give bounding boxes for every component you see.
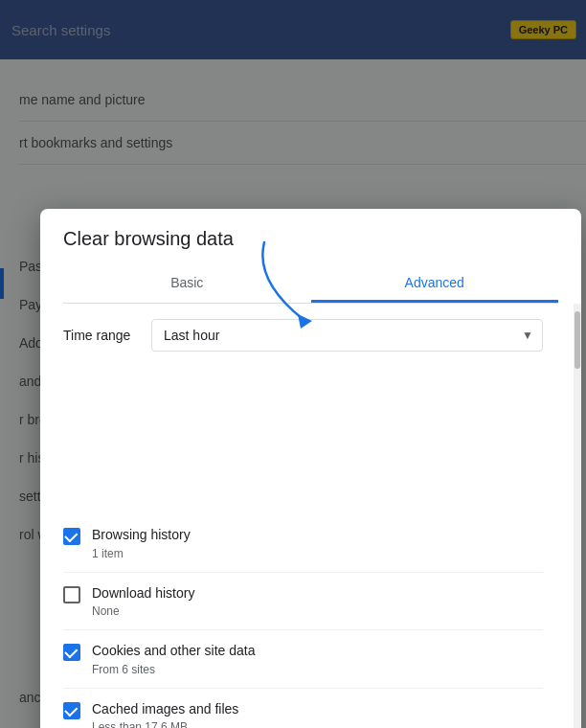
time-range-label: Time range: [63, 328, 140, 343]
checkbox-download-history-text: Download history None: [92, 584, 543, 619]
checkbox-browsing-history-sublabel: 1 item: [92, 547, 543, 560]
checkbox-browsing-history-input[interactable]: [63, 528, 80, 545]
checkbox-cookies-sublabel: From 6 sites: [92, 663, 543, 676]
clear-browsing-data-dialog: Clear browsing data Basic Advanced Time …: [40, 209, 581, 728]
checkbox-browsing-history-text: Browsing history 1 item: [92, 526, 543, 560]
time-range-select-wrapper: Last hour Last 24 Hours Last 7 days Last…: [151, 319, 543, 352]
checkbox-download-history-label: Download history: [92, 584, 543, 603]
checkbox-download-history: Download history None: [63, 573, 543, 631]
checkbox-cookies-input[interactable]: [63, 644, 80, 661]
checkbox-cached-text: Cached images and files Less than 17.6 M…: [92, 700, 543, 728]
checkbox-cookies: Cookies and other site data From 6 sites: [63, 630, 543, 689]
checkbox-list: Browsing history 1 item Download history…: [63, 514, 543, 728]
modal-header: Clear browsing data Basic Advanced: [40, 209, 581, 304]
modal-body-inner: Time range Last hour Last 24 Hours Last …: [63, 319, 558, 728]
checkbox-browsing-history: Browsing history 1 item: [63, 514, 543, 573]
modal-title: Clear browsing data: [63, 228, 558, 250]
checkbox-download-history-sublabel: None: [92, 604, 543, 618]
checkbox-cookies-label: Cookies and other site data: [92, 642, 543, 661]
scrollbar-thumb[interactable]: [575, 311, 580, 369]
time-range-row: Time range Last hour Last 24 Hours Last …: [63, 319, 543, 352]
checkbox-cached-input[interactable]: [63, 702, 80, 719]
checkbox-browsing-history-label: Browsing history: [92, 526, 543, 545]
tab-basic[interactable]: Basic: [63, 265, 311, 303]
time-range-select[interactable]: Last hour Last 24 Hours Last 7 days Last…: [151, 319, 543, 352]
checkbox-cookies-text: Cookies and other site data From 6 sites: [92, 642, 543, 676]
checkbox-cached: Cached images and files Less than 17.6 M…: [63, 689, 543, 728]
modal-body: Time range Last hour Last 24 Hours Last …: [40, 304, 581, 728]
checkbox-download-history-input[interactable]: [63, 586, 80, 603]
modal-tabs: Basic Advanced: [63, 265, 558, 304]
scrollbar-track[interactable]: [574, 304, 581, 728]
checkbox-cached-sublabel: Less than 17.6 MB: [92, 720, 543, 728]
tab-advanced[interactable]: Advanced: [311, 265, 559, 303]
checkbox-cached-label: Cached images and files: [92, 700, 543, 719]
